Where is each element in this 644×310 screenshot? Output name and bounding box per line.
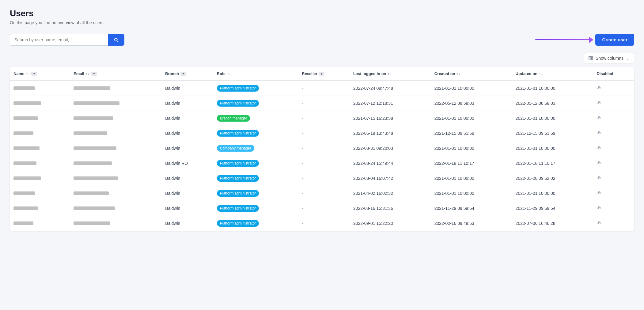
- eye-icon[interactable]: 👁: [597, 100, 601, 106]
- table-row: BaldwinPlatform administrator-2022-07-24…: [10, 81, 634, 96]
- table-row: BaldwinPlatform administrator-2022-05-18…: [10, 126, 634, 141]
- reseller-filter-icon[interactable]: ▼: [319, 72, 324, 76]
- role-cell: Platform administrator: [213, 201, 298, 216]
- role-badge: Platform administrator: [217, 100, 259, 107]
- disabled-cell: 👁: [593, 81, 634, 96]
- col-email: Email ↑↓ ▼: [70, 67, 161, 81]
- email-cell: [70, 141, 161, 156]
- role-cell: Platform administrator: [213, 126, 298, 141]
- branch-cell: Baldwin: [161, 96, 213, 111]
- search-input[interactable]: [10, 34, 108, 46]
- email-cell: [70, 186, 161, 201]
- eye-icon[interactable]: 👁: [597, 191, 601, 196]
- email-sort-icon[interactable]: ↑↓: [86, 71, 90, 76]
- last-logged-cell: 2022-05-18 13:43:48: [350, 126, 431, 141]
- role-badge: Company manager: [217, 145, 254, 152]
- disabled-cell: 👁: [593, 156, 634, 171]
- col-created-on: Created on ↑↓: [431, 67, 512, 81]
- branch-filter-icon[interactable]: ▼: [180, 72, 186, 76]
- eye-icon[interactable]: 👁: [597, 176, 601, 181]
- last-logged-cell: 2022-09-01 15:22:20: [350, 216, 431, 231]
- show-columns-button[interactable]: Show columns ⌄: [584, 53, 634, 63]
- last-logged-cell: 2022-08-31 09:20:03: [350, 141, 431, 156]
- col-disabled: Disabled: [593, 67, 634, 81]
- eye-icon[interactable]: 👁: [597, 161, 601, 166]
- created-on-cell: 2021-11-29 09:59:54: [431, 201, 512, 216]
- eye-icon[interactable]: 👁: [597, 115, 601, 121]
- name-cell: [10, 201, 70, 216]
- col-role: Role ↑↓: [213, 67, 298, 81]
- email-cell: [70, 126, 161, 141]
- email-cell: [70, 96, 161, 111]
- role-badge: Platform administrator: [217, 205, 259, 212]
- role-cell: Platform administrator: [213, 186, 298, 201]
- disabled-cell: 👁: [593, 171, 634, 186]
- branch-cell: Baldwin: [161, 216, 213, 231]
- name-sort-icon[interactable]: ↑↓: [26, 71, 30, 76]
- eye-icon[interactable]: 👁: [597, 130, 601, 136]
- users-table: Name ↑↓ ▼ Email ↑↓ ▼: [10, 67, 634, 231]
- branch-cell: Baldwin: [161, 171, 213, 186]
- name-cell: [10, 126, 70, 141]
- search-button[interactable]: [108, 34, 124, 46]
- created-on-cell: 2022-02-16 09:48:53: [431, 216, 512, 231]
- arrow-decoration: [535, 39, 590, 40]
- reseller-cell: -: [298, 216, 350, 231]
- eye-icon[interactable]: 👁: [597, 146, 601, 151]
- branch-cell: Baldwin: [161, 201, 213, 216]
- role-badge: Platform administrator: [217, 85, 259, 92]
- name-cell: [10, 141, 70, 156]
- table-row: BaldwinPlatform administrator-2022-08-16…: [10, 201, 634, 216]
- svg-rect-1: [590, 56, 591, 60]
- table-row: BaldwinPlatform administrator-2022-08-04…: [10, 171, 634, 186]
- last-logged-sort-icon[interactable]: ↑↓: [388, 71, 392, 76]
- create-user-button[interactable]: Create user: [595, 34, 634, 46]
- created-on-cell: 2021-01-01 10:00:00: [431, 81, 512, 96]
- name-cell: [10, 81, 70, 96]
- role-cell: Platform administrator: [213, 171, 298, 186]
- columns-icon: [588, 56, 593, 61]
- updated-sort-icon[interactable]: ↑↓: [539, 71, 543, 76]
- role-cell: Platform administrator: [213, 216, 298, 231]
- email-cell: [70, 111, 161, 126]
- last-logged-cell: 2021-04-02 16:02:32: [350, 186, 431, 201]
- email-cell: [70, 171, 161, 186]
- role-badge: Platform administrator: [217, 130, 259, 137]
- email-cell: [70, 156, 161, 171]
- name-cell: [10, 171, 70, 186]
- updated-on-cell: 2022-07-06 16:46:28: [512, 216, 593, 231]
- name-filter-icon[interactable]: ▼: [31, 72, 37, 76]
- reseller-cell: -: [298, 96, 350, 111]
- col-updated-on: Updated on ↑↓: [512, 67, 593, 81]
- disabled-cell: 👁: [593, 216, 634, 231]
- updated-on-cell: 2022-01-18 11:10:17: [512, 156, 593, 171]
- last-logged-cell: 2022-08-24 15:49:44: [350, 156, 431, 171]
- eye-icon[interactable]: 👁: [597, 206, 601, 211]
- role-badge: Platform administrator: [217, 190, 259, 197]
- search-icon: [113, 37, 119, 43]
- last-logged-cell: 2022-08-04 16:07:42: [350, 171, 431, 186]
- reseller-cell: -: [298, 171, 350, 186]
- eye-icon[interactable]: 👁: [597, 221, 601, 226]
- reseller-cell: -: [298, 141, 350, 156]
- table-row: BaldwinCompany manager-2022-08-31 09:20:…: [10, 141, 634, 156]
- updated-on-cell: 2021-11-29 09:59:54: [512, 201, 593, 216]
- email-filter-icon[interactable]: ▼: [91, 72, 97, 76]
- created-on-cell: 2021-12-15 09:51:59: [431, 126, 512, 141]
- email-cell: [70, 81, 161, 96]
- reseller-cell: -: [298, 111, 350, 126]
- last-logged-cell: 2022-08-16 15:31:36: [350, 201, 431, 216]
- last-logged-cell: 2021-07-15 16:23:58: [350, 111, 431, 126]
- created-on-cell: 2021-01-01 10:00:00: [431, 171, 512, 186]
- table-row: BaldwinPlatform administrator-2021-04-02…: [10, 186, 634, 201]
- table-controls: Show columns ⌄: [10, 53, 634, 63]
- arrow-line: [535, 39, 590, 40]
- right-toolbar: Create user: [535, 34, 634, 46]
- eye-icon[interactable]: 👁: [597, 85, 601, 91]
- role-sort-icon[interactable]: ↑↓: [227, 71, 231, 76]
- chevron-down-icon: ⌄: [626, 56, 630, 61]
- role-badge: Platform administrator: [217, 160, 259, 167]
- created-sort-icon[interactable]: ↑↓: [457, 71, 461, 76]
- disabled-cell: 👁: [593, 141, 634, 156]
- users-table-wrapper: Name ↑↓ ▼ Email ↑↓ ▼: [10, 67, 634, 231]
